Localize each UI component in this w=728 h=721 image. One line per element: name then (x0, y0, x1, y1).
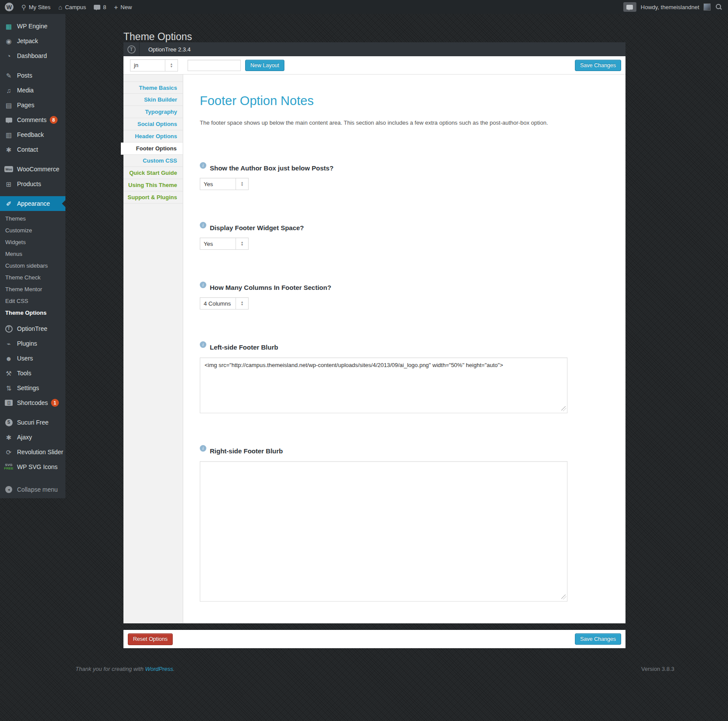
wordpress-logo-menu[interactable]: W (0, 0, 17, 14)
info-icon[interactable]: i (200, 222, 206, 228)
sidebar-item-jetpack[interactable]: ◉ Jetpack (0, 34, 65, 48)
home-icon: ⌂ (58, 4, 62, 10)
submenu-item-widgets[interactable]: Widgets (0, 236, 65, 248)
sidebar-item-shortcodes[interactable]: [ ] Shortcodes 1 (0, 395, 65, 410)
sidebar-item-products[interactable]: ⊞ Products (0, 177, 65, 191)
chevron-updown-icon: ▴▾ (165, 60, 178, 71)
appearance-submenu: Themes Customize Widgets Menus Custom si… (0, 211, 65, 321)
footer-columns-select[interactable]: 4 Columns ▴▾ (200, 297, 249, 309)
reset-options-button[interactable]: Reset Options (128, 633, 173, 645)
resize-grip[interactable] (561, 406, 566, 411)
notifications-button[interactable] (623, 2, 636, 12)
field-footer-widget-space: i Display Footer Widget Space? Yes ▴▾ (200, 224, 625, 250)
submenu-item-custom-sidebars[interactable]: Custom sidebars (0, 260, 65, 272)
admin-footer: Thank you for creating with WordPress. V… (75, 666, 674, 672)
plug-icon: ⌁ (4, 340, 13, 347)
sidebar-item-media[interactable]: ♫ Media (0, 83, 65, 98)
tab-quick-start-guide[interactable]: Quick Start Guide (123, 167, 183, 179)
adminbar-right: Howdy, themeislandnet (623, 2, 728, 12)
sidebar-item-comments[interactable]: Comments 8 (0, 112, 65, 127)
svg-free-icon: SVGFREE (4, 463, 13, 470)
sidebar-item-wp-svg-icons[interactable]: SVGFREE WP SVG Icons (0, 459, 65, 474)
submenu-item-customize[interactable]: Customize (0, 224, 65, 236)
tab-support-plugins[interactable]: Support & Plugins (123, 191, 183, 204)
comment-bubble-icon (626, 5, 633, 10)
sidebar-item-settings[interactable]: ⇅ Settings (0, 381, 65, 395)
chevron-updown-icon: ▴▾ (236, 238, 248, 249)
info-icon[interactable]: i (200, 341, 206, 348)
sidebar-item-plugins[interactable]: ⌁ Plugins (0, 336, 65, 351)
info-icon[interactable]: i (200, 282, 206, 288)
current-menu-arrow (62, 200, 65, 207)
tab-skin-builder[interactable]: Skin Builder (123, 94, 183, 106)
new-layout-input[interactable] (188, 60, 241, 71)
sidebar-item-feedback[interactable]: ▥ Feedback (0, 127, 65, 142)
collapse-arrow-icon: ◂ (4, 486, 13, 493)
sidebar-item-tools[interactable]: ⚒ Tools (0, 366, 65, 381)
sidebar-item-sucuri-free[interactable]: S Sucuri Free (0, 415, 65, 430)
field-label: How Many Columns In Footer Section? (210, 284, 331, 291)
tab-typography[interactable]: Typography (123, 106, 183, 118)
paintbrush-icon: ✐ (4, 201, 13, 207)
tab-header-options[interactable]: Header Options (123, 130, 183, 143)
rotate-arrows-icon: ⟳ (4, 449, 13, 456)
search-icon[interactable] (715, 3, 722, 10)
tab-theme-basics[interactable]: Theme Basics (123, 82, 183, 94)
layout-select[interactable]: jn ▴▾ (130, 59, 178, 71)
tab-footer-options[interactable]: Footer Options (121, 143, 183, 155)
section-heading: Footer Option Notes (200, 94, 625, 108)
optiontree-icon: T (4, 325, 13, 333)
info-icon[interactable]: i (200, 445, 206, 452)
gauge-icon: ◔ (4, 53, 13, 59)
save-changes-bottom-button[interactable]: Save Changes (575, 633, 621, 645)
avatar (704, 3, 711, 10)
submenu-item-themes[interactable]: Themes (0, 213, 65, 224)
optiontree-logo-cell: T (123, 42, 140, 56)
field-label: Show the Author Box just below Posts? (210, 164, 334, 172)
wordpress-admin-screen: W ⚲ My Sites ⌂ Campus 8 + New Howdy, the… (0, 0, 728, 721)
sidebar-item-wp-engine[interactable]: ▦ WP Engine (0, 19, 65, 34)
adminbar-comments[interactable]: 8 (90, 0, 110, 14)
comment-bubble-icon (4, 117, 13, 123)
left-footer-blurb-textarea[interactable]: <img src="http://campus.themeisland.net/… (200, 357, 567, 413)
footer-widget-space-select[interactable]: Yes ▴▾ (200, 238, 249, 250)
right-footer-blurb-textarea[interactable] (200, 461, 567, 602)
wordpress-link[interactable]: WordPress (145, 666, 173, 672)
chevron-updown-icon: ▴▾ (236, 178, 248, 190)
tab-custom-css[interactable]: Custom CSS (123, 155, 183, 167)
my-sites-menu[interactable]: ⚲ My Sites (17, 0, 55, 14)
tab-using-this-theme[interactable]: Using This Theme (123, 179, 183, 191)
sidebar-item-pages[interactable]: ▤ Pages (0, 98, 65, 112)
sidebar-item-woocommerce[interactable]: Woo WooCommerce (0, 162, 65, 177)
sidebar-item-posts[interactable]: ✎ Posts (0, 68, 65, 83)
sidebar-item-ajaxy[interactable]: ✱ Ajaxy (0, 430, 65, 445)
new-layout-button[interactable]: New Layout (245, 60, 284, 71)
cart-icon: ⊞ (4, 181, 13, 187)
sidebar-item-revolution-slider[interactable]: ⟳ Revolution Slider (0, 445, 65, 459)
collapse-menu-button[interactable]: ◂ Collapse menu (0, 482, 65, 497)
account-menu[interactable]: Howdy, themeislandnet (641, 4, 699, 10)
author-box-select[interactable]: Yes ▴▾ (200, 178, 249, 190)
resize-grip[interactable] (561, 595, 566, 599)
admin-bar: W ⚲ My Sites ⌂ Campus 8 + New Howdy, the… (0, 0, 728, 14)
gear-icon: ✱ (4, 434, 13, 441)
sidebar-item-dashboard[interactable]: ◔ Dashboard (0, 48, 65, 63)
tab-social-options[interactable]: Social Options (123, 118, 183, 130)
submenu-item-theme-options[interactable]: Theme Options (0, 307, 65, 319)
field-label: Display Footer Widget Space? (210, 224, 304, 231)
optiontree-header: T OptionTree 2.3.4 (123, 42, 625, 56)
site-menu[interactable]: ⌂ Campus (55, 0, 90, 14)
woocommerce-icon: Woo (4, 166, 13, 172)
sidebar-item-contact[interactable]: ✱ Contact (0, 142, 65, 157)
submenu-item-theme-check[interactable]: Theme Check (0, 272, 65, 283)
submenu-item-menus[interactable]: Menus (0, 248, 65, 260)
field-footer-columns: i How Many Columns In Footer Section? 4 … (200, 284, 625, 309)
new-content-menu[interactable]: + New (110, 0, 136, 14)
sidebar-item-appearance[interactable]: ✐ Appearance (0, 196, 65, 211)
info-icon[interactable]: i (200, 162, 206, 169)
save-changes-top-button[interactable]: Save Changes (575, 60, 621, 71)
submenu-item-edit-css[interactable]: Edit CSS (0, 295, 65, 307)
submenu-item-theme-mentor[interactable]: Theme Mentor (0, 283, 65, 295)
sidebar-item-users[interactable]: ☻ Users (0, 351, 65, 366)
sidebar-item-optiontree[interactable]: T OptionTree (0, 321, 65, 336)
